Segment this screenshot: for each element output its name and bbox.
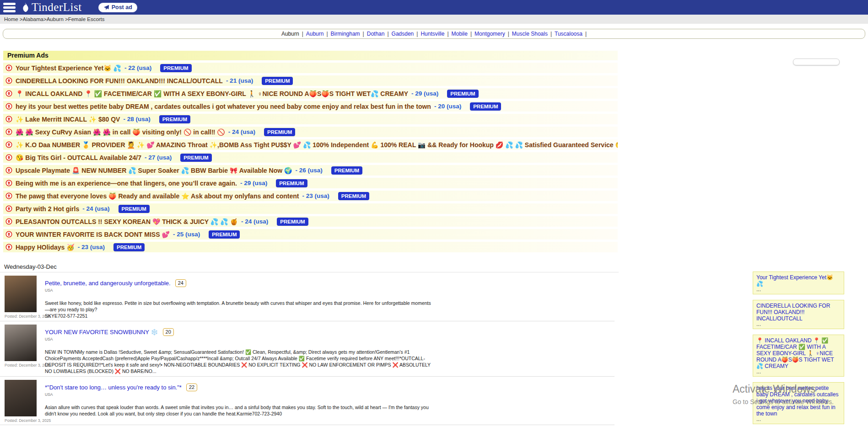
up-arrow-icon [5, 180, 12, 186]
premium-ad-title-link[interactable]: YOUR WINTER FAVORITE IS BACK DONT MISS 💕 [16, 231, 170, 238]
premium-ad-age: - 28 (usa) [123, 116, 150, 122]
city-link-muscle-shoals[interactable]: Muscle Shoals [512, 31, 548, 37]
city-link-montgomery[interactable]: Montgomery [474, 31, 505, 37]
premium-ad-age: - 20 (usa) [434, 103, 461, 110]
premium-ad-title-link[interactable]: Upscale Playmate 🚨 NEW NUMBER 💦 Super So… [16, 167, 292, 174]
breadcrumb[interactable]: Home >Alabama>Auburn >Female Escorts [0, 15, 868, 24]
sidebar-ad-more: ... [756, 369, 841, 374]
city-link-huntsville[interactable]: Huntsville [421, 31, 444, 37]
premium-ad-title-link[interactable]: Party with 2 Hot girls [16, 205, 79, 213]
premium-badge[interactable]: PREMIUM [159, 115, 190, 123]
premium-ad-title-link[interactable]: Happy HOlidays 🥳 [16, 244, 75, 251]
listing-description: Asian allure with curves that speak loud… [45, 404, 431, 417]
premium-ad-title-link[interactable]: 📍 INCALL OAKLAND 📍 ✅ FACETIME/CAR ✅ WITH… [16, 90, 408, 97]
sidebar-ad-link[interactable]: hey its your best wettes petite baby DRE… [756, 385, 841, 417]
premium-ad-title-link[interactable]: The pawg that everyone loves 🍑 Ready and… [16, 192, 299, 200]
sidebar-ad-more: ... [756, 287, 841, 292]
premium-ad-age: - 23 (usa) [78, 244, 105, 250]
age-badge: 20 [163, 328, 174, 336]
premium-ad-title-link[interactable]: PLEASANTON OUTCALLS !! SEXY KOREAN 💖 THI… [16, 218, 238, 225]
premium-ad-title-link[interactable]: 🌺 🌺 Sexy CuRvy Asian 🌺 🌺 in call 🍑 visit… [16, 128, 225, 136]
premium-badge[interactable]: PREMIUM [180, 154, 211, 162]
flame-icon [21, 2, 30, 12]
city-nav: Auburn|Auburn|Birmingham|Dothan|Gadsden|… [3, 29, 865, 39]
listing-photo[interactable] [5, 325, 37, 361]
city-link-gadsden[interactable]: Gadsden [392, 31, 414, 37]
premium-badge[interactable]: PREMIUM [160, 64, 191, 72]
premium-ad-row: Your Tightest Experience Yet🐱 💦- 22 (usa… [3, 63, 618, 73]
premium-ad-row: YOUR WINTER FAVORITE IS BACK DONT MISS 💕… [3, 229, 618, 240]
listing-photo[interactable] [5, 276, 37, 312]
listing-left-column: Posted: December 3, 2025 [5, 325, 45, 374]
premium-ad-title-link[interactable]: ✨ K.O Daa NUMBER 🥇 PROVIDER 💆 ✨ 💕 AMAZIN… [16, 141, 618, 149]
premium-ad-row: Being with me is an experience—one that … [3, 178, 618, 188]
premium-ad-age: - 24 (usa) [241, 218, 268, 225]
sidebar-ad-link[interactable]: CINDERELLA LOOKING FOR FUN!!! OAKLAND!!!… [756, 303, 841, 322]
premium-badge[interactable]: PREMIUM [276, 179, 307, 187]
up-arrow-icon [5, 103, 12, 110]
listing-contact: SKYE702-577-2251 [45, 313, 431, 319]
premium-ad-title-link[interactable]: Being with me is an experience—one that … [16, 180, 237, 187]
listing-row: Posted: December 3, 2025YOUR NEW FAVORIT… [0, 321, 615, 377]
premium-ad-row: CINDERELLA LOOKING FOR FUN!!! OAKLAND!!!… [3, 75, 618, 86]
premium-ad-title-link[interactable]: ✨ Lake Merritt INCALL ✨ $80 QV [16, 116, 120, 123]
listing-left-column: Posted: December 3, 2025 [5, 380, 45, 423]
premium-badge[interactable]: PREMIUM [209, 230, 240, 239]
premium-ad-title-link[interactable]: 😘 Big Tits Girl - OUTCALL Available 24/7 [16, 154, 141, 161]
listing-description: NEW IN TOWNMy name is Dallas !Seductive,… [45, 349, 431, 374]
premium-ad-age: - 29 (usa) [240, 180, 267, 186]
premium-ad-age: - 29 (usa) [411, 90, 438, 97]
brand-name: TinderList [32, 1, 82, 14]
sidebar-ad-box: CINDERELLA LOOKING FOR FUN!!! OAKLAND!!!… [753, 300, 844, 329]
floating-widget[interactable] [793, 59, 840, 65]
premium-ad-title-link[interactable]: Your Tightest Experience Yet🐱 💦 [16, 64, 121, 72]
premium-ad-row: 🌺 🌺 Sexy CuRvy Asian 🌺 🌺 in call 🍑 visit… [3, 127, 618, 137]
menu-icon[interactable] [3, 3, 16, 12]
premium-ad-row: The pawg that everyone loves 🍑 Ready and… [3, 191, 618, 201]
premium-ad-age: - 25 (usa) [173, 231, 200, 238]
listing-photo[interactable] [5, 380, 37, 416]
listing-row: Posted: December 3, 2025*"Don't stare to… [0, 377, 615, 425]
listing-left-column: Posted: December 3, 2025 [5, 276, 45, 319]
city-link-birmingham[interactable]: Birmingham [331, 31, 360, 37]
premium-ad-age: - 24 (usa) [228, 128, 255, 135]
premium-badge[interactable]: PREMIUM [338, 192, 369, 200]
premium-badge[interactable]: PREMIUM [264, 128, 295, 136]
logo[interactable]: TinderList [21, 1, 82, 14]
premium-ad-row: Party with 2 Hot girls- 24 (usa)PREMIUM [3, 203, 618, 214]
city-link-auburn: Auburn [281, 31, 299, 37]
up-arrow-icon [5, 141, 12, 148]
listing-title-link[interactable]: *"Don't stare too long… unless you're re… [45, 384, 182, 391]
up-arrow-icon [5, 77, 12, 84]
premium-ad-row: ✨ K.O Daa NUMBER 🥇 PROVIDER 💆 ✨ 💕 AMAZIN… [3, 139, 618, 150]
premium-badge[interactable]: PREMIUM [119, 205, 150, 213]
city-link-dothan[interactable]: Dothan [367, 31, 385, 37]
premium-badge[interactable]: PREMIUM [262, 77, 293, 85]
sidebar-ad-link[interactable]: Your Tightest Experience Yet🐱 💦 [756, 274, 841, 287]
listing-country: USA [45, 288, 615, 293]
separator: | [416, 31, 418, 37]
premium-ad-title-link[interactable]: CINDERELLA LOOKING FOR FUN!!! OAKLAND!!!… [16, 77, 223, 85]
premium-badge[interactable]: PREMIUM [277, 218, 308, 226]
separator: | [326, 31, 328, 37]
premium-badge[interactable]: PREMIUM [447, 90, 478, 98]
listing-content: YOUR NEW FAVORITE SNOWBUNNY ❄️20USANEW I… [45, 325, 615, 374]
city-link-mobile[interactable]: Mobile [452, 31, 468, 37]
premium-badge[interactable]: PREMIUM [470, 102, 501, 111]
city-link-auburn[interactable]: Auburn [306, 31, 324, 37]
premium-badge[interactable]: PREMIUM [331, 166, 362, 175]
listing-title-link[interactable]: YOUR NEW FAVORITE SNOWBUNNY ❄️ [45, 329, 158, 335]
premium-badge[interactable]: PREMIUM [113, 243, 145, 251]
paper-plane-icon [103, 5, 109, 11]
premium-ad-row: Happy HOlidays 🥳- 23 (usa)PREMIUM [3, 242, 618, 252]
post-ad-button[interactable]: Post ad [98, 3, 137, 12]
listing-title-link[interactable]: Petite, brunette, and dangerously unforg… [45, 280, 171, 287]
up-arrow-icon [5, 167, 12, 174]
separator: | [470, 31, 472, 37]
sidebar-ad-link[interactable]: 📍 INCALL OAKLAND 📍 ✅ FACETIME/CAR ✅ WITH… [756, 337, 841, 369]
premium-ad-title-link[interactable]: hey its your best wettes petite baby DRE… [16, 103, 431, 110]
listing-title-row: *"Don't stare too long… unless you're re… [45, 383, 615, 391]
city-link-tuscaloosa[interactable]: Tuscaloosa [555, 31, 582, 37]
premium-ad-row: 😘 Big Tits Girl - OUTCALL Available 24/7… [3, 152, 618, 163]
premium-ad-row: ✨ Lake Merritt INCALL ✨ $80 QV- 28 (usa)… [3, 114, 618, 124]
